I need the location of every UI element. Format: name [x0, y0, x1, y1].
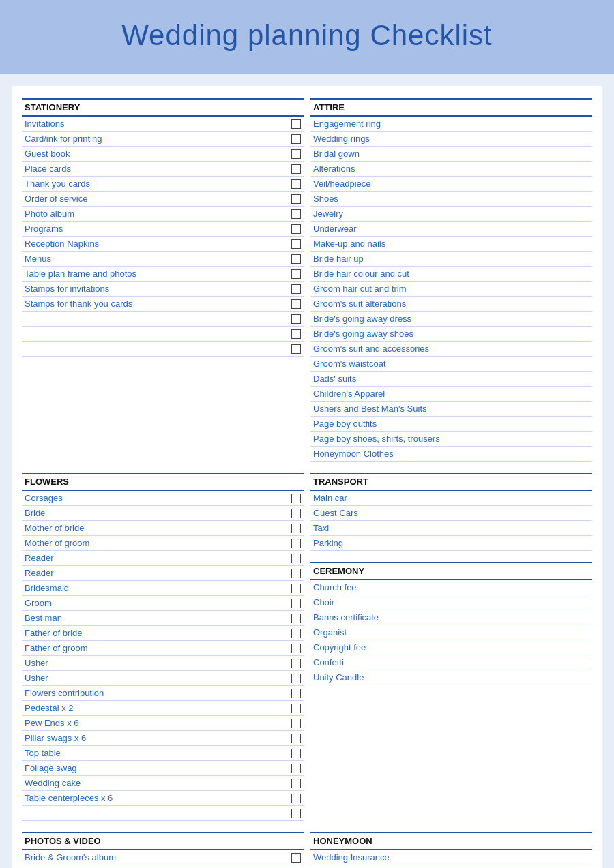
checkbox[interactable]: [291, 284, 301, 294]
list-item: Reader: [22, 566, 304, 581]
item-label: Jewelry: [313, 209, 589, 219]
section-title-honeymoon: HONEYMOON: [310, 832, 592, 850]
checkbox[interactable]: [291, 674, 301, 683]
attire-items: Engagement ringWedding ringsBridal gownA…: [310, 117, 592, 462]
checkbox[interactable]: [291, 254, 301, 264]
checkbox[interactable]: [291, 209, 301, 219]
item-label: Choir: [313, 597, 589, 608]
list-item: Table centerpieces x 6: [22, 791, 304, 806]
item-label: Taxi: [313, 523, 589, 533]
checkbox[interactable]: [291, 164, 301, 174]
item-label: Confetti: [313, 657, 589, 668]
checkbox[interactable]: [291, 569, 301, 578]
checkbox[interactable]: [291, 119, 301, 129]
list-item: Banns certificate: [310, 610, 592, 625]
item-label: Usher: [25, 673, 287, 683]
list-item: Bride's going away shoes: [310, 327, 592, 342]
list-item: Underwear: [310, 222, 592, 237]
list-item: [22, 312, 304, 327]
item-label: Stamps for invitations: [25, 284, 287, 294]
checkbox[interactable]: [291, 224, 301, 234]
right-mid-column: TRANSPORT Main carGuest CarsTaxiParking …: [310, 473, 592, 832]
photos-items: Bride & Groom's albumParents album x 2: [22, 850, 304, 868]
checkbox[interactable]: [291, 299, 301, 309]
item-label: Main car: [313, 493, 589, 503]
checkbox[interactable]: [291, 599, 301, 608]
checkbox[interactable]: [291, 779, 301, 788]
checkbox[interactable]: [291, 194, 301, 204]
list-item: Taxi: [310, 521, 592, 536]
list-item: [22, 342, 304, 357]
list-item: Bridal gown: [310, 147, 592, 162]
checkbox[interactable]: [291, 764, 301, 773]
list-item: Wedding rings: [310, 132, 592, 147]
checkbox[interactable]: [291, 629, 301, 638]
list-item: Copyright fee: [310, 640, 592, 655]
item-label: Groom's waistcoat: [313, 359, 589, 369]
checkbox[interactable]: [291, 689, 301, 698]
checkbox[interactable]: [291, 584, 301, 593]
list-item: Parents album x 2: [22, 865, 304, 868]
checkbox[interactable]: [291, 344, 301, 354]
item-label: Wedding rings: [313, 134, 589, 144]
checkbox[interactable]: [291, 509, 301, 518]
checkbox[interactable]: [291, 644, 301, 653]
checkbox[interactable]: [291, 554, 301, 563]
item-label: Page boy shoes, shirts, trousers: [313, 434, 589, 444]
checkbox[interactable]: [291, 614, 301, 623]
item-label: Banns certificate: [313, 612, 589, 623]
section-flowers: FLOWERS CorsagesBrideMother of brideMoth…: [22, 473, 304, 821]
checkbox[interactable]: [291, 704, 301, 713]
list-item: Dads' suits: [310, 372, 592, 387]
checkbox[interactable]: [291, 539, 301, 548]
item-label: Honeymoon Clothes: [313, 449, 589, 459]
section-title-transport: TRANSPORT: [310, 473, 592, 491]
list-item: Groom's waistcoat: [310, 357, 592, 372]
list-item: Ushers and Best Man's Suits: [310, 402, 592, 417]
checkbox[interactable]: [291, 269, 301, 279]
list-item: Reception Napkins: [22, 237, 304, 252]
list-item: Usher: [22, 671, 304, 686]
list-item: Travel Insurance: [310, 865, 592, 868]
checkbox[interactable]: [291, 239, 301, 249]
list-item: Groom hair cut and trim: [310, 282, 592, 297]
checkbox[interactable]: [291, 659, 301, 668]
checkbox[interactable]: [291, 749, 301, 758]
checkbox[interactable]: [291, 734, 301, 743]
list-item: Father of bride: [22, 626, 304, 641]
item-label: Church fee: [313, 582, 589, 593]
checkbox[interactable]: [291, 494, 301, 503]
item-label: Stamps for thank you cards: [25, 299, 287, 309]
checkbox[interactable]: [291, 329, 301, 339]
section-title-ceremony: CEREMONY: [310, 562, 592, 580]
item-label: Bride hair up: [313, 254, 589, 264]
list-item: Pew Ends x 6: [22, 716, 304, 731]
list-item: Children's Apparel: [310, 387, 592, 402]
item-label: Order of service: [25, 194, 287, 204]
section-honeymoon: HONEYMOON Wedding InsuranceTravel Insura…: [310, 832, 592, 868]
section-photos-video: PHOTOS & VIDEO Bride & Groom's albumPare…: [22, 832, 304, 868]
flowers-items: CorsagesBrideMother of brideMother of gr…: [22, 491, 304, 821]
stationery-items: InvitationsCard/ink for printingGuest bo…: [22, 117, 304, 357]
item-label: Organist: [313, 627, 589, 638]
checkbox[interactable]: [291, 853, 301, 863]
item-label: Ushers and Best Man's Suits: [313, 404, 589, 414]
item-label: Engagement ring: [313, 119, 589, 129]
list-item: Organist: [310, 625, 592, 640]
checkbox[interactable]: [291, 794, 301, 803]
item-label: Photo album: [25, 209, 287, 219]
item-label: Page boy outfits: [313, 419, 589, 429]
checkbox[interactable]: [291, 524, 301, 533]
checkbox[interactable]: [291, 314, 301, 324]
list-item: Groom: [22, 596, 304, 611]
item-label: Father of bride: [25, 628, 287, 638]
item-label: Groom: [25, 598, 287, 608]
list-item: Alterations: [310, 162, 592, 177]
checkbox[interactable]: [291, 809, 301, 818]
checkbox[interactable]: [291, 134, 301, 144]
list-item: Groom's suit and accessories: [310, 342, 592, 357]
checkbox[interactable]: [291, 179, 301, 189]
checkbox[interactable]: [291, 719, 301, 728]
list-item: Stamps for thank you cards: [22, 297, 304, 312]
checkbox[interactable]: [291, 149, 301, 159]
